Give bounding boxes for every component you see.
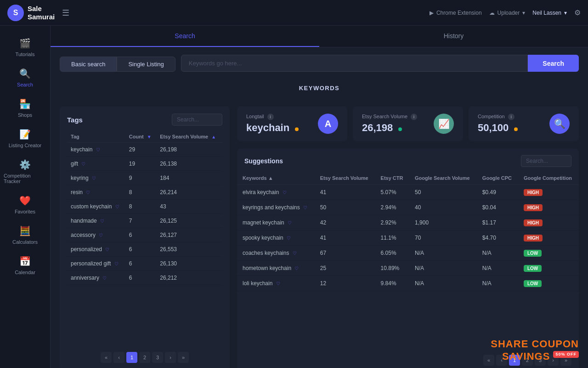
heart-icon[interactable]: ♡ [276, 281, 280, 286]
volume-cell: 43 [156, 200, 222, 214]
longtail-status [295, 127, 299, 131]
sidebar-label-tutorials: Tutorials [16, 52, 35, 57]
basic-search-button[interactable]: Basic search [60, 57, 117, 72]
sidebar-item-shops[interactable]: 🏪 Shops [0, 94, 50, 122]
page-prev[interactable]: ‹ [113, 352, 124, 363]
sort-arrow: ▼ [147, 134, 152, 139]
favorites-icon: ❤️ [19, 195, 31, 206]
heart-icon[interactable]: ♡ [81, 161, 85, 167]
heart-icon[interactable]: ♡ [294, 266, 299, 271]
topbar-right: ▶ Chrome Extension ☁ Uploader ▾ Neil Las… [430, 8, 581, 17]
search-button[interactable]: Search [528, 55, 579, 72]
suggestions-section: Suggestions Keywords ▲ Etsy Search Volum… [237, 149, 579, 368]
sugg-page-3[interactable]: 3 [535, 355, 546, 366]
settings-icon[interactable]: ⚙ [574, 8, 581, 17]
count-cell: 9 [125, 171, 156, 185]
heart-icon[interactable]: ♡ [102, 276, 107, 281]
tag-cell: keychain ♡ [67, 143, 125, 157]
heart-icon[interactable]: ♡ [288, 220, 292, 225]
etsy-volume-content: Etsy Search Volume i 26,198 [362, 114, 417, 134]
page-next[interactable]: › [165, 352, 176, 363]
sidebar-item-listing-creator[interactable]: 📝 Listing Creator [0, 124, 50, 153]
sidebar-item-favorites[interactable]: ❤️ Favorites [0, 190, 50, 219]
heart-icon[interactable]: ♡ [96, 147, 100, 152]
heart-icon[interactable]: ♡ [287, 236, 291, 241]
single-listing-button[interactable]: Single Listing [117, 57, 175, 72]
table-row: keyring ♡ 9 184 [67, 171, 222, 185]
count-cell: 8 [125, 185, 156, 200]
competition-value: 50,100 [478, 122, 518, 134]
page-last[interactable]: » [178, 352, 189, 363]
sugg-page-prev[interactable]: ‹ [496, 355, 507, 366]
table-row: custom keychain ♡ 8 43 [67, 200, 222, 214]
sidebar-item-competition-tracker[interactable]: ⚙️ Competition Tracker [0, 155, 50, 189]
etsy-ctr-cell: 2.92% [375, 215, 410, 230]
table-row: handmade ♡ 7 26,125 [67, 214, 222, 228]
competition-cell: High [518, 185, 579, 200]
competition-badge: High [524, 235, 543, 242]
competition-label: Competition i [478, 114, 518, 120]
competition-tracker-icon: ⚙️ [19, 159, 31, 170]
competition-cell: High [518, 215, 579, 230]
sugg-col-google-cpc: Google CPC [477, 172, 518, 185]
page-1[interactable]: 1 [126, 352, 137, 363]
sidebar-item-calendar[interactable]: 📅 Calendar [0, 251, 50, 280]
sugg-page-1[interactable]: 1 [509, 355, 520, 366]
sugg-page-last[interactable]: » [560, 355, 571, 366]
page-first[interactable]: « [101, 352, 112, 363]
longtail-value: keychain [246, 122, 299, 134]
tags-panel: Tags Tag Count ▼ Etsy Search Volume ▲ [60, 106, 230, 368]
volume-cell: 26,214 [156, 185, 222, 200]
heart-icon[interactable]: ♡ [303, 205, 307, 210]
list-item: hometown keychain ♡ 25 10.89% N/A N/A Lo… [237, 261, 579, 276]
cloud-icon: ☁ [489, 10, 495, 16]
volume-cell: 26,130 [156, 257, 222, 271]
sidebar-item-tutorials[interactable]: 🎬 Tutorials [0, 33, 50, 62]
tags-search-input[interactable] [172, 114, 222, 126]
etsy-volume-info-icon[interactable]: i [411, 114, 417, 120]
heart-icon[interactable]: ♡ [105, 247, 109, 252]
tab-history[interactable]: History [319, 26, 588, 47]
heart-icon[interactable]: ♡ [99, 233, 103, 238]
heart-icon[interactable]: ♡ [115, 204, 119, 209]
heart-icon[interactable]: ♡ [293, 251, 297, 256]
main-tabs: Search History [51, 26, 588, 47]
sidebar-item-calculators[interactable]: 🧮 Calculators [0, 221, 50, 249]
count-cell: 19 [125, 157, 156, 171]
heart-icon[interactable]: ♡ [92, 176, 96, 181]
suggestions-search-input[interactable] [521, 155, 571, 167]
sugg-page-first[interactable]: « [483, 355, 494, 366]
competition-cell: High [518, 230, 579, 246]
list-item: magnet keychain ♡ 42 2.92% 1,900 $1.17 H… [237, 215, 579, 230]
count-cell: 7 [125, 214, 156, 228]
competition-icon: 🔍 [549, 114, 570, 134]
chrome-extension-button[interactable]: ▶ Chrome Extension [430, 10, 482, 16]
logo-text: SaleSamurai [28, 5, 55, 21]
sidebar-item-search[interactable]: 🔍 Search [0, 63, 50, 92]
user-chevron-icon: ▾ [564, 10, 567, 16]
hamburger-icon[interactable]: ☰ [62, 8, 69, 18]
page-3[interactable]: 3 [152, 352, 163, 363]
user-menu-button[interactable]: Neil Lassen ▾ [532, 10, 567, 16]
google-vol-cell: N/A [409, 261, 477, 276]
google-cpc-cell: N/A [477, 276, 518, 291]
tab-search[interactable]: Search [51, 26, 319, 47]
volume-cell: 26,212 [156, 271, 222, 285]
sugg-page-next[interactable]: › [548, 355, 559, 366]
heart-icon[interactable]: ♡ [283, 190, 287, 195]
competition-info-icon[interactable]: i [508, 114, 514, 120]
uploader-button[interactable]: ☁ Uploader ▾ [489, 10, 526, 16]
longtail-info-icon[interactable]: i [267, 114, 274, 120]
sugg-page-2[interactable]: 2 [522, 355, 533, 366]
heart-icon[interactable]: ♡ [114, 261, 119, 266]
topbar: S SaleSamurai ☰ ▶ Chrome Extension ☁ Upl… [0, 0, 588, 26]
heart-icon[interactable]: ♡ [100, 218, 104, 224]
google-cpc-cell: $0.04 [477, 200, 518, 215]
heart-icon[interactable]: ♡ [86, 190, 90, 195]
page-2[interactable]: 2 [139, 352, 150, 363]
google-cpc-cell: $1.17 [477, 215, 518, 230]
search-input[interactable] [181, 55, 528, 72]
topbar-left: S SaleSamurai ☰ [7, 5, 69, 21]
sidebar: 🎬 Tutorials 🔍 Search 🏪 Shops 📝 Listing C… [0, 26, 51, 368]
chevron-down-icon: ▾ [522, 10, 525, 16]
